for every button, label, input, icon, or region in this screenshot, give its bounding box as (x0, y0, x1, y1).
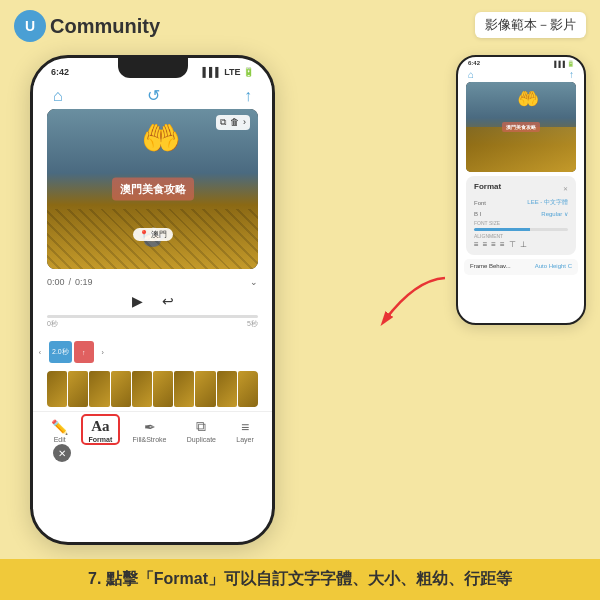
bottom-caption: 7. 點擊「Format」可以自訂文字字體、大小、粗幼、行距等 (0, 559, 600, 600)
phone2-video: 🤲 澳門美食攻略 (466, 82, 576, 172)
align-right-icon[interactable]: ≡ (491, 240, 496, 249)
arrow-right-icon[interactable]: › (243, 117, 246, 128)
home-icon[interactable]: ⌂ (53, 87, 63, 105)
timeline-bar[interactable] (47, 315, 258, 318)
format-panel: Format ✕ Font LEE - 中文字體 B I Regular ∨ F… (466, 176, 576, 255)
phone2-home-icon[interactable]: ⌂ (468, 69, 474, 80)
toolbar-duplicate[interactable]: ⧉ Duplicate (187, 418, 216, 443)
format-style-row: B I Regular ∨ (474, 210, 568, 217)
refresh-icon[interactable]: ↺ (147, 86, 160, 105)
align-center-icon[interactable]: ≡ (483, 240, 488, 249)
font-size-slider[interactable] (474, 228, 568, 231)
main-phone: 6:42 ▌▌▌ LTE 🔋 ⌂ ↺ ↑ 🤲 🍲 ⧉ 🗑 › 澳門美食攻略 📍 … (30, 55, 275, 545)
align-justify-icon[interactable]: ≡ (500, 240, 505, 249)
secondary-phone: 6:42 ▌▌▌🔋 ⌂ ↑ 🤲 澳門美食攻略 Format ✕ Font LEE… (456, 55, 586, 325)
thumb-1 (47, 371, 67, 407)
play-button[interactable]: ▶ (128, 291, 148, 311)
thumb-5 (132, 371, 152, 407)
toolbar-format[interactable]: Aa Format (89, 418, 113, 443)
app-name: Community (50, 15, 160, 38)
duplicate-icon: ⧉ (196, 418, 206, 435)
format-close-icon[interactable]: ✕ (563, 185, 568, 192)
font-size-label: FONT SIZE (474, 220, 568, 226)
phone2-nav[interactable]: ⌂ ↑ (458, 67, 584, 82)
phone2-hand-icon: 🤲 (517, 88, 539, 110)
trash-icon[interactable]: 🗑 (230, 117, 239, 128)
arrow-indicator (375, 270, 455, 330)
phone2-overlay-text: 澳門美食攻略 (502, 122, 540, 132)
thumbnail-strip (47, 371, 258, 407)
fill-stroke-icon: ✒ (144, 419, 156, 435)
edit-icon: ✏️ (51, 419, 68, 435)
alignment-label: ALIGNMENT (474, 233, 568, 239)
thumb-9 (217, 371, 237, 407)
thumb-2 (68, 371, 88, 407)
thumb-3 (89, 371, 109, 407)
nav-bar[interactable]: ⌂ ↺ ↑ (33, 82, 272, 109)
format-font-row: Font LEE - 中文字體 (474, 198, 568, 207)
phone2-status-bar: 6:42 ▌▌▌🔋 (458, 57, 584, 67)
thumb-7 (174, 371, 194, 407)
video-edit-icons[interactable]: ⧉ 🗑 › (216, 115, 250, 130)
align-top-icon[interactable]: ⊤ (509, 240, 516, 249)
thumb-8 (195, 371, 215, 407)
logo-area: U Community (14, 10, 160, 42)
close-button[interactable]: ✕ (53, 444, 71, 462)
align-left-icon[interactable]: ≡ (474, 240, 479, 249)
scene-hand-icon: 🤲 (141, 119, 181, 157)
location-pin: 📍 澳門 (133, 228, 173, 241)
video-overlay-text: 澳門美食攻略 (112, 178, 194, 201)
video-area: 🤲 🍲 ⧉ 🗑 › 澳門美食攻略 📍 澳門 (47, 109, 258, 269)
play-controls[interactable]: ▶ ↩ (47, 291, 258, 311)
segment-block-2[interactable]: ↑ (74, 341, 94, 363)
bottom-toolbar: ✏️ Edit Aa Format ✒ Fill&Stroke ⧉ Duplic… (33, 411, 272, 447)
align-bottom-icon[interactable]: ⊥ (520, 240, 527, 249)
expand-icon[interactable]: ⌄ (250, 277, 258, 287)
segment-arrow-left[interactable]: ‹ (33, 349, 47, 356)
status-time: 6:42 (51, 67, 69, 77)
time-label-5: 5秒 (247, 319, 258, 329)
layer-icon: ≡ (241, 419, 249, 435)
share-icon[interactable]: ↑ (244, 87, 252, 105)
toolbar-fill-stroke[interactable]: ✒ Fill&Stroke (133, 419, 167, 443)
phone-notch (118, 58, 188, 78)
segment-arrow-right[interactable]: › (96, 349, 110, 356)
toolbar-layer[interactable]: ≡ Layer (236, 419, 254, 443)
frame-behavior-panel: Frame Behav... Auto Height C (464, 259, 578, 275)
time-label-0: 0秒 (47, 319, 58, 329)
logo-letter: U (25, 18, 35, 34)
time-segments: ‹ 2.0秒 ↑ › (33, 337, 272, 367)
status-signal: ▌▌▌ LTE 🔋 (203, 67, 254, 77)
alignment-icons[interactable]: ≡ ≡ ≡ ≡ ⊤ ⊥ (474, 240, 568, 249)
format-panel-title: Format (474, 182, 563, 191)
caption-text: 7. 點擊「Format」可以自訂文字字體、大小、粗幼、行距等 (88, 570, 512, 587)
thumb-4 (111, 371, 131, 407)
pin-icon: 📍 (139, 230, 149, 239)
toolbar-edit[interactable]: ✏️ Edit (51, 419, 68, 443)
segment-block-1[interactable]: 2.0秒 (49, 341, 72, 363)
thumb-6 (153, 371, 173, 407)
phone2-food-bg (466, 127, 576, 172)
copy-icon[interactable]: ⧉ (220, 117, 226, 128)
loop-button[interactable]: ↩ (158, 291, 178, 311)
logo-icon: U (14, 10, 46, 42)
format-highlight-box (81, 414, 121, 445)
time-display: 0:00 / 0:19 ⌄ (47, 277, 258, 287)
phone2-signal: ▌▌▌🔋 (554, 60, 574, 67)
timeline-area: 0:00 / 0:19 ⌄ ▶ ↩ 0秒 5秒 (33, 273, 272, 333)
thumb-10 (238, 371, 258, 407)
frame-behavior-row: Frame Behav... Auto Height C (470, 263, 572, 269)
phone2-share-icon[interactable]: ↑ (569, 69, 574, 80)
image-badge: 影像範本－影片 (475, 12, 586, 38)
